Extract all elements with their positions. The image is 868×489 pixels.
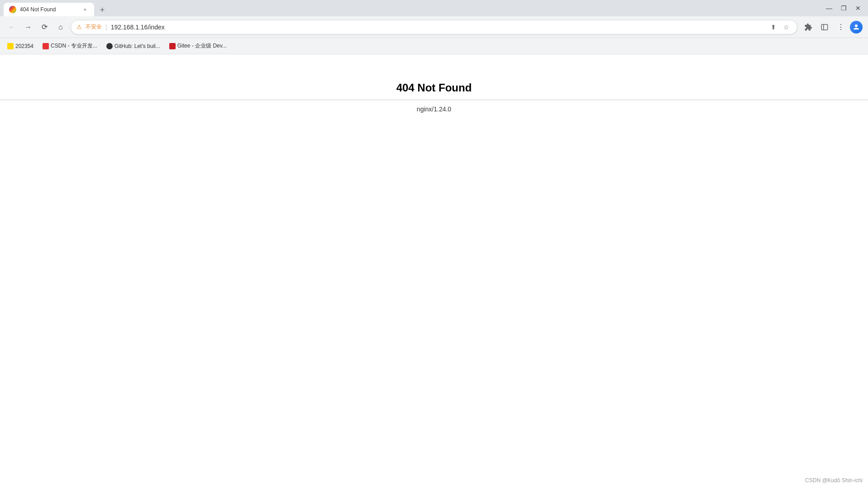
bookmark-star-icon[interactable]: ☆ xyxy=(781,22,792,33)
bookmarks-bar: 202354 CSDN - 专业开发... GitHub: Let's buil… xyxy=(0,38,868,54)
bookmark-favicon-202354 xyxy=(7,43,14,49)
svg-rect-0 xyxy=(821,24,828,30)
window-controls: — ❐ ✕ xyxy=(823,2,864,14)
sidebar-button[interactable] xyxy=(817,20,832,34)
forward-button[interactable]: → xyxy=(22,21,34,34)
address-actions: ⬆ ☆ xyxy=(768,22,792,33)
bookmark-favicon-csdn xyxy=(43,43,49,49)
bookmark-label-github: GitHub: Let's buil... xyxy=(114,43,160,49)
close-button[interactable]: ✕ xyxy=(852,2,864,14)
address-bar[interactable]: ⚠ 不安全 | 192.168.1.16/index ⬆ ☆ xyxy=(71,20,797,34)
bookmark-label-gitee: Gitee - 企业级 Dev... xyxy=(177,42,227,50)
back-button[interactable]: ← xyxy=(5,21,18,34)
security-text: 不安全 xyxy=(86,23,102,31)
more-options-button[interactable]: ⋮ xyxy=(834,20,848,34)
share-icon[interactable]: ⬆ xyxy=(768,22,779,33)
extensions-button[interactable] xyxy=(801,20,816,34)
bookmark-csdn[interactable]: CSDN - 专业开发... xyxy=(39,40,101,52)
bookmark-favicon-gitee xyxy=(169,43,176,49)
browser-window: 404 Not Found × + — ❐ ✕ ← → ⟳ ⌂ ⚠ 不安全 | … xyxy=(0,0,868,489)
address-bar-row: ← → ⟳ ⌂ ⚠ 不安全 | 192.168.1.16/index ⬆ ☆ xyxy=(0,16,868,38)
error-title: 404 Not Found xyxy=(396,82,472,94)
error-divider xyxy=(0,100,868,100)
watermark: CSDN @Kudō Shin-ichi xyxy=(805,477,863,484)
tab-title: 404 Not Found xyxy=(20,6,78,13)
bookmark-favicon-github xyxy=(106,43,113,49)
security-warning-icon: ⚠ xyxy=(76,24,82,30)
bookmark-202354[interactable]: 202354 xyxy=(4,41,37,51)
bookmark-label-202354: 202354 xyxy=(15,43,33,49)
toolbar-right: ⋮ xyxy=(801,20,863,34)
home-button[interactable]: ⌂ xyxy=(54,21,67,34)
profile-button[interactable] xyxy=(850,21,863,34)
restore-button[interactable]: ❐ xyxy=(837,2,850,14)
tab-strip: 404 Not Found × + xyxy=(4,0,823,16)
reload-button[interactable]: ⟳ xyxy=(38,21,51,34)
url-text: 192.168.1.16/index xyxy=(111,24,764,31)
svg-point-2 xyxy=(855,24,858,27)
tab-favicon xyxy=(9,6,16,13)
bookmark-label-csdn: CSDN - 专业开发... xyxy=(51,42,97,50)
page-content: 404 Not Found nginx/1.24.0 CSDN @Kudō Sh… xyxy=(0,54,868,489)
active-tab[interactable]: 404 Not Found × xyxy=(4,3,94,16)
minimize-button[interactable]: — xyxy=(823,2,835,14)
bookmark-gitee[interactable]: Gitee - 企业级 Dev... xyxy=(166,40,230,52)
address-separator: | xyxy=(105,24,107,31)
new-tab-button[interactable]: + xyxy=(96,4,109,16)
tab-close-button[interactable]: × xyxy=(81,6,89,13)
server-info: nginx/1.24.0 xyxy=(417,105,451,113)
title-bar: 404 Not Found × + — ❐ ✕ xyxy=(0,0,868,16)
bookmark-github[interactable]: GitHub: Let's buil... xyxy=(103,41,164,51)
